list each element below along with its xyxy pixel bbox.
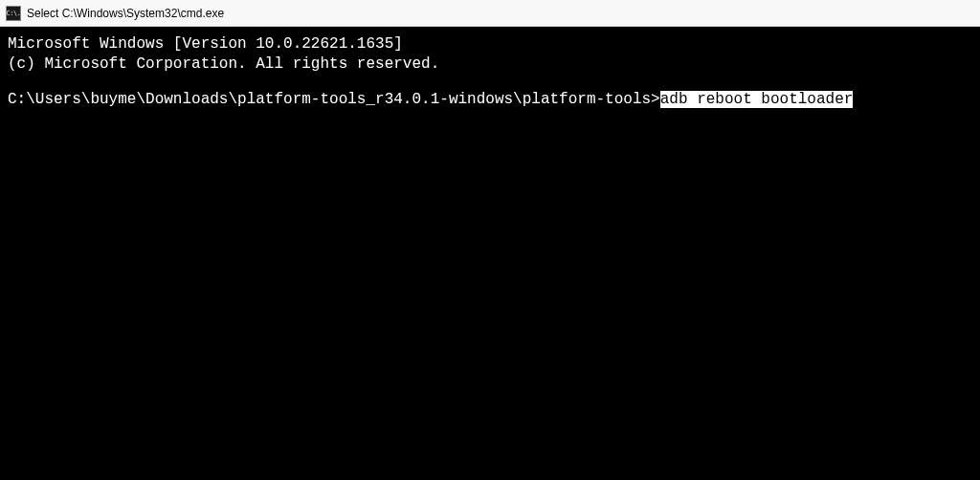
prompt-line: C:\Users\buyme\Downloads\platform-tools_… (8, 90, 972, 110)
cmd-icon: C:\. (6, 6, 21, 21)
copyright-line: (c) Microsoft Corporation. All rights re… (8, 55, 972, 75)
cmd-icon-text: C:\. (7, 10, 21, 17)
window-title: Select C:\Windows\System32\cmd.exe (27, 7, 224, 20)
selected-command[interactable]: adb reboot bootloader (660, 91, 854, 108)
terminal-output[interactable]: Microsoft Windows [Version 10.0.22621.16… (0, 27, 980, 480)
prompt-path: C:\Users\buyme\Downloads\platform-tools_… (8, 91, 660, 108)
window-titlebar[interactable]: C:\. Select C:\Windows\System32\cmd.exe (0, 0, 980, 27)
version-line: Microsoft Windows [Version 10.0.22621.16… (8, 34, 972, 55)
